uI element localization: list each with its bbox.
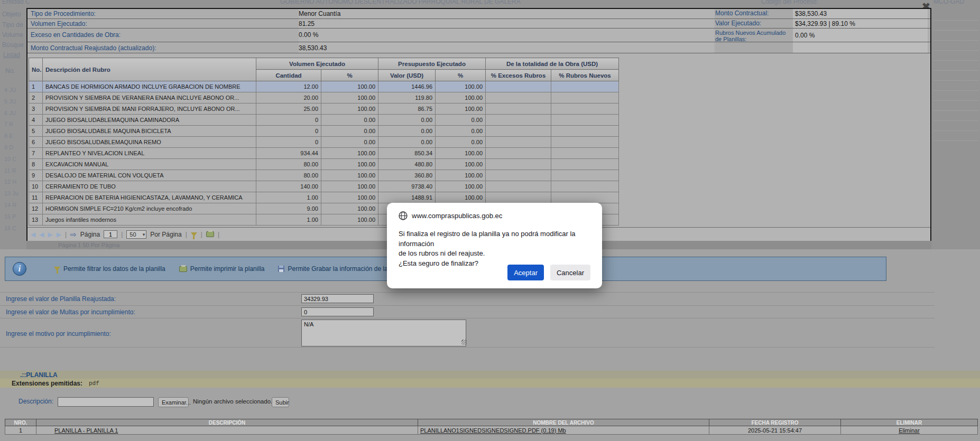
separator: | <box>186 231 187 238</box>
col-header-pct: % <box>436 70 486 81</box>
planilla-title-band <box>0 371 980 379</box>
extensions-band <box>0 379 980 388</box>
cell <box>486 137 551 148</box>
cell <box>486 126 551 137</box>
separator: | <box>218 231 219 238</box>
ghost-label: Volume <box>2 31 23 39</box>
cell: 0.00 <box>436 137 486 148</box>
cell <box>551 92 619 104</box>
screen: GOBIERNO AUTONOMO DESCENTRALIZADO PARROQ… <box>0 0 980 441</box>
help-print-label: Permite imprimir la planilla <box>190 265 265 273</box>
ghost-label: Tipo de <box>2 21 23 29</box>
cell: 100.00 <box>436 81 486 92</box>
cell <box>551 170 619 181</box>
upload-button[interactable]: Subir <box>272 397 289 407</box>
cell: JUEGO BIOSALUDABLE MAQUINA BICICLETA <box>43 126 256 137</box>
table-row[interactable]: 4JUEGO BIOSALUDABLEMAQUINA CAMINADORA00.… <box>29 115 619 126</box>
ghost-label: Entidad C <box>2 0 30 5</box>
table-row[interactable]: 6JUEGO BISOSALUDABLEMAQUINA REMO00.000.0… <box>29 137 619 148</box>
ghost-row-number: 11 R <box>4 167 27 174</box>
planilla-reajustada-label: Ingrese el valor de Planilla Reajustada: <box>6 295 116 303</box>
summary-label: Monto Contractual Reajustado (actualizad… <box>31 44 156 52</box>
cell: 100.00 <box>321 92 378 104</box>
table-row[interactable]: 8EXCAVACION MANUAL80.00100.00480.80100.0… <box>29 159 619 170</box>
page-label: Página <box>80 231 100 238</box>
cell <box>551 126 619 137</box>
cell <box>551 181 619 192</box>
cell: REPLANTEO Y NIVELACION LINEAL <box>43 148 256 159</box>
col-header-rubros-nuevos: % Rubros Nuevos <box>551 70 619 81</box>
multas-label: Ingrese el valor de Multas por incumplim… <box>6 308 135 316</box>
table-row[interactable]: 1BANCAS DE HORMIGON ARMADO INCLUYE GRABA… <box>29 81 619 92</box>
last-page-button[interactable]: ▶ <box>57 231 61 238</box>
planilla-reajustada-input[interactable] <box>301 294 374 303</box>
cell: 3 <box>29 104 43 115</box>
cell: DESALOJO DE MATERIAL CON VOLQUETA <box>43 170 256 181</box>
cell: 100.00 <box>321 214 378 226</box>
summary-value: 0.00 % <box>299 31 318 39</box>
files-col-fecha-registro: FECHA REGISTRO <box>709 419 841 426</box>
descripcion-label: Descripción: <box>19 398 53 405</box>
per-page-select[interactable]: 50 ▾ <box>126 230 146 239</box>
cell: 360.80 <box>378 170 436 181</box>
cell: 1446.96 <box>378 81 436 92</box>
cell: 0 <box>256 115 321 126</box>
info-icon: i <box>13 262 26 276</box>
cell <box>551 81 619 92</box>
cell: 100.00 <box>436 192 486 203</box>
cell: 100.00 <box>321 170 378 181</box>
col-header-cantidad: Cantidad <box>256 70 321 81</box>
summary-value: $34,329.93 | 89.10 % <box>795 20 855 27</box>
first-page-button[interactable]: ◀ <box>31 231 35 238</box>
page-number-input[interactable] <box>104 230 117 238</box>
dialog-message: Si finaliza el registro de la planilla y… <box>399 229 602 268</box>
save-icon <box>278 266 284 272</box>
table-row[interactable]: 11REPARACION DE BATERIA HIGIENICASTAZA, … <box>29 192 619 203</box>
table-row[interactable]: 3PROVISION Y SIEMBRA DE MANI FORRAJERO, … <box>29 104 619 115</box>
cell: EXCAVACION MANUAL <box>43 159 256 170</box>
cell: 480.80 <box>378 159 436 170</box>
table-row[interactable]: 9DESALOJO DE MATERIAL CON VOLQUETA80.001… <box>29 170 619 181</box>
prev-page-button[interactable]: ◀ <box>39 231 44 238</box>
confirm-dialog: www.compraspublicas.gob.ec Si finaliza e… <box>387 203 602 288</box>
summary-value: $38,530.43 <box>795 10 827 17</box>
ghost-row-number: 6 JU <box>4 110 27 116</box>
print-icon[interactable] <box>206 231 214 237</box>
cell: 100.00 <box>436 92 486 104</box>
table-row[interactable]: 7REPLANTEO Y NIVELACION LINEAL934.44100.… <box>29 148 619 159</box>
cancel-button[interactable]: Cancelar <box>550 265 590 280</box>
ghost-label: No. <box>5 67 15 74</box>
ghost-table-lines <box>933 11 979 149</box>
cell: JUEGO BIOSALUDABLEMAQUINA CAMINADORA <box>43 115 256 126</box>
col-header-descripcion: Descripción del Rubro <box>43 58 256 81</box>
browse-file-button[interactable]: Examinar... <box>158 397 189 407</box>
ghost-row-number: 16 C <box>4 225 27 231</box>
filter-icon[interactable] <box>191 232 197 237</box>
file-descripcion-link[interactable]: PLANILLA - PLANILLA 1 <box>54 427 118 434</box>
cell: 100.00 <box>436 104 486 115</box>
next-page-button[interactable]: ▶ <box>48 231 52 238</box>
cell: 1 <box>29 81 43 92</box>
file-eliminar-link[interactable]: Eliminar <box>899 427 920 434</box>
motivo-textarea[interactable]: N/A <box>301 320 466 346</box>
table-row[interactable]: 5JUEGO BIOSALUDABLE MAQUINA BICICLETA00.… <box>29 126 619 137</box>
multas-input[interactable] <box>301 307 374 316</box>
col-header-excesos-rubros: % Excesos Rubros <box>486 70 551 81</box>
cell: 0.00 <box>321 137 378 148</box>
cell: BANCAS DE HORMIGON ARMADO INCLUYE GRABAC… <box>43 81 256 92</box>
cell: 0.00 <box>378 126 436 137</box>
ghost-label: Objeto <box>2 11 21 18</box>
dialog-origin: www.compraspublicas.gob.ec <box>412 212 502 220</box>
accept-button[interactable]: Aceptar <box>507 265 544 280</box>
col-group-totalidad-obra: De la totalidad de la Obra (USD) <box>486 58 619 70</box>
table-row[interactable]: 10CERRAMIENTO DE TUBO140.00100.009738.40… <box>29 181 619 192</box>
file-nombre-link[interactable]: PLANILLANO1SIGNEDSIGNEDSIGNED.PDF (0.19)… <box>420 427 566 434</box>
descripcion-input[interactable] <box>58 397 154 407</box>
cell: 0.00 <box>321 115 378 126</box>
ghost-row-number: 15 P <box>4 213 27 220</box>
cell <box>551 137 619 148</box>
cell <box>486 81 551 92</box>
col-header-no: No. <box>29 58 43 81</box>
table-row[interactable]: 2PROVISION Y SIEMBRA DE VERANERA ENANA I… <box>29 92 619 104</box>
filter-icon <box>54 267 60 271</box>
